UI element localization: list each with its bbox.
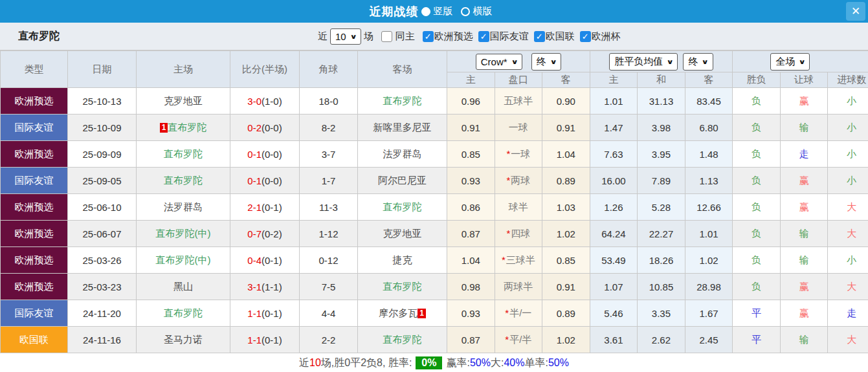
team-name-title: 直布罗陀 bbox=[0, 30, 60, 43]
radio-horizontal-icon[interactable] bbox=[461, 7, 470, 16]
col-header-crow-away: 客 bbox=[542, 72, 590, 88]
team-name: 直布罗陀 bbox=[164, 307, 203, 318]
handicap-text: 一球 bbox=[511, 148, 530, 159]
summary-segment-blue: 50% bbox=[548, 357, 569, 369]
cell-date: 25-10-13 bbox=[68, 88, 137, 115]
cell-handicap: *半/一 bbox=[495, 300, 542, 327]
score-fulltime: 1-1 bbox=[247, 308, 262, 319]
cell-home-team: 黑山 bbox=[137, 274, 230, 300]
league-checkbox[interactable]: ✓ bbox=[423, 31, 434, 42]
team-name: 直布罗陀(中) bbox=[156, 228, 211, 239]
table-row: 欧洲预选25-09-09直布罗陀0-1(0-0)3-7法罗群岛0.85*一球1.… bbox=[1, 141, 868, 168]
score-fulltime: 0-7 bbox=[247, 228, 262, 239]
cell-handicap: *两球 bbox=[495, 168, 542, 194]
cell-away-team: 捷克 bbox=[358, 247, 447, 274]
score-fulltime: 3-0 bbox=[247, 96, 262, 107]
matches-count-select[interactable]: 10 ∨ bbox=[330, 28, 361, 45]
avg-type-value: 胜平负均值 bbox=[614, 56, 663, 68]
cell-odds-home: 0.87 bbox=[447, 221, 495, 247]
cell-goals: 小 bbox=[828, 247, 868, 274]
cell-goals: 小 bbox=[828, 88, 868, 115]
cell-avg-draw: 18.26 bbox=[638, 247, 685, 274]
cell-odds-home: 0.96 bbox=[447, 88, 495, 115]
same-host-checkbox[interactable] bbox=[381, 31, 392, 42]
cell-away-team: 克罗地亚 bbox=[358, 221, 447, 247]
team-name: 直布罗陀 bbox=[383, 95, 422, 106]
cell-score: 3-1(1-1) bbox=[230, 274, 300, 300]
handicap-text: 四球 bbox=[511, 228, 530, 239]
title-bar: 近期战绩 竖版 横版 ✕ bbox=[0, 0, 868, 23]
chevron-down-icon: ∨ bbox=[350, 33, 357, 40]
col-header-avg-home: 主 bbox=[590, 72, 638, 88]
summary-segment-badge: 0% bbox=[416, 356, 442, 369]
cell-avg-away: 1.67 bbox=[685, 300, 733, 327]
cell-avg-home: 5.46 bbox=[590, 300, 638, 327]
radio-horizontal-label[interactable]: 横版 bbox=[473, 5, 493, 17]
cell-type: 欧洲预选 bbox=[1, 88, 68, 115]
league-checkbox[interactable]: ✓ bbox=[478, 31, 489, 42]
cell-odds-away: 1.03 bbox=[542, 194, 590, 221]
cell-result: 负 bbox=[733, 141, 781, 168]
cell-odds-away: 0.90 bbox=[542, 88, 590, 115]
team-name: 法罗群岛 bbox=[383, 148, 422, 159]
odds-time-select[interactable]: 终 ∨ bbox=[531, 53, 561, 71]
cell-date: 25-06-10 bbox=[68, 194, 137, 221]
cell-handicap-result: 赢 bbox=[780, 300, 828, 327]
scope-value: 全场 bbox=[775, 56, 795, 68]
cell-type: 欧洲预选 bbox=[1, 247, 68, 274]
summary-segment-blue: 40% bbox=[504, 357, 524, 369]
cell-handicap-result: 赢 bbox=[780, 194, 828, 221]
league-checkbox[interactable]: ✓ bbox=[580, 31, 591, 42]
cell-home-team: 1直布罗陀 bbox=[137, 115, 230, 141]
scope-select[interactable]: 全场 ∨ bbox=[770, 53, 810, 71]
cell-type: 国际友谊 bbox=[1, 300, 68, 327]
cell-away-team: 新喀里多尼亚 bbox=[358, 115, 447, 141]
result-group-header: 全场 ∨ bbox=[733, 51, 868, 72]
cell-avg-draw: 3.95 bbox=[638, 141, 685, 168]
league-checkbox[interactable]: ✓ bbox=[534, 31, 545, 42]
league-checkbox-label[interactable]: 欧国联 bbox=[546, 30, 575, 43]
col-header-handicap-result: 让球 bbox=[780, 72, 828, 88]
cell-result: 负 bbox=[733, 194, 781, 221]
cell-avg-home: 16.00 bbox=[590, 168, 638, 194]
cell-home-team: 圣马力诺 bbox=[137, 327, 230, 353]
cell-date: 25-09-05 bbox=[68, 168, 137, 194]
close-button[interactable]: ✕ bbox=[846, 2, 865, 21]
radio-vertical-icon[interactable] bbox=[421, 7, 430, 16]
odds-time-value: 终 bbox=[537, 56, 546, 68]
odds-company-select[interactable]: Crow* ∨ bbox=[476, 54, 522, 70]
matches-label: 场 bbox=[364, 30, 373, 43]
radio-vertical-label[interactable]: 竖版 bbox=[434, 5, 453, 17]
col-header-corner: 角球 bbox=[300, 51, 358, 88]
score-halftime: (1-1) bbox=[262, 281, 282, 292]
score-halftime: (0-1) bbox=[262, 202, 282, 213]
cell-type: 欧洲预选 bbox=[1, 141, 68, 168]
handicap-text: 球半 bbox=[509, 201, 528, 212]
team-name: 克罗地亚 bbox=[383, 228, 422, 239]
col-header-type: 类型 bbox=[1, 51, 68, 88]
avg-time-select[interactable]: 终 ∨ bbox=[683, 53, 713, 71]
team-name: 直布罗陀 bbox=[383, 201, 422, 212]
odds-company-value: Crow* bbox=[481, 56, 507, 67]
same-host-label[interactable]: 同主 bbox=[395, 30, 415, 43]
cell-goals: 大 bbox=[828, 327, 868, 353]
star-icon: * bbox=[505, 307, 509, 318]
league-checkbox-label[interactable]: 国际友谊 bbox=[490, 30, 529, 43]
cell-corner: 0-12 bbox=[300, 247, 358, 274]
star-icon: * bbox=[502, 254, 506, 265]
handicap-text: 半/一 bbox=[509, 307, 531, 318]
cell-handicap: *平/半 bbox=[495, 327, 542, 353]
cell-home-team: 法罗群岛 bbox=[137, 194, 230, 221]
league-checkbox-label[interactable]: 欧洲预选 bbox=[434, 30, 473, 43]
cell-odds-away: 0.91 bbox=[542, 115, 590, 141]
league-checkbox-label[interactable]: 欧洲杯 bbox=[592, 30, 621, 43]
cell-home-team: 克罗地亚 bbox=[137, 88, 230, 115]
cell-odds-away: 0.85 bbox=[542, 247, 590, 274]
cell-handicap: *四球 bbox=[495, 221, 542, 247]
team-name: 克罗地亚 bbox=[164, 95, 203, 106]
star-icon: * bbox=[506, 228, 510, 239]
results-table: 类型 日期 主场 比分(半场) 角球 客场 Crow* ∨ 终 ∨ bbox=[0, 50, 868, 353]
cell-away-team: 法罗群岛 bbox=[358, 141, 447, 168]
cell-handicap: 五球半 bbox=[495, 88, 542, 115]
avg-type-select[interactable]: 胜平负均值 ∨ bbox=[609, 53, 678, 71]
